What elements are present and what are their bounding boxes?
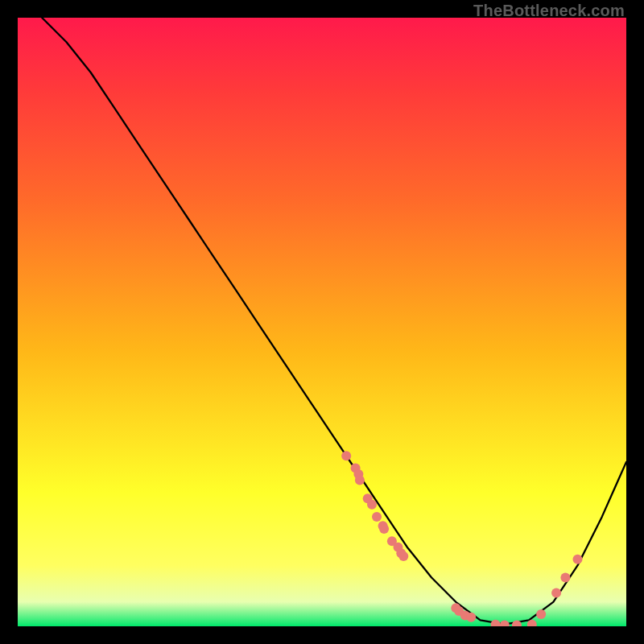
sample-dot — [341, 451, 351, 460]
sample-dot — [367, 500, 377, 510]
sample-dot — [573, 555, 583, 564]
sample-dot — [379, 524, 389, 534]
sample-dot — [560, 573, 570, 583]
sample-dots-group — [341, 451, 582, 626]
sample-dot — [536, 609, 546, 619]
sample-dot — [398, 551, 408, 561]
sample-dot — [551, 588, 561, 597]
chart-svg — [18, 18, 626, 626]
bottleneck-curve — [42, 18, 626, 625]
sample-dot — [355, 476, 365, 485]
sample-dot — [372, 512, 382, 522]
plot-area — [18, 18, 626, 626]
sample-dot — [466, 613, 476, 622]
chart-frame: TheBottleneck.com — [0, 0, 644, 644]
sample-dot — [491, 620, 501, 626]
sample-dot — [500, 621, 510, 627]
